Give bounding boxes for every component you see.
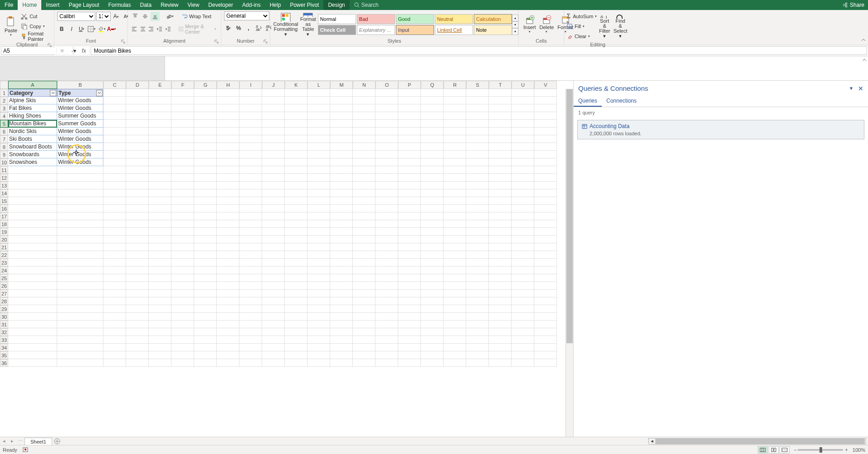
cell-D15[interactable] — [126, 197, 149, 205]
cell-I11[interactable] — [239, 166, 262, 174]
cell-T2[interactable] — [489, 97, 512, 104]
cell-F5[interactable] — [171, 120, 194, 128]
cell-K15[interactable] — [285, 197, 307, 205]
cell-N5[interactable] — [353, 120, 375, 128]
cell-Q23[interactable] — [421, 259, 444, 266]
cell-U10[interactable] — [512, 158, 534, 166]
cell-L14[interactable] — [307, 189, 330, 197]
sheet-nav-next[interactable]: ▸ — [8, 437, 16, 445]
row-header-12[interactable]: 12 — [0, 174, 8, 182]
cell-S25[interactable] — [466, 274, 489, 282]
row-header-32[interactable]: 32 — [0, 328, 8, 336]
cell-F14[interactable] — [171, 189, 194, 197]
cell-D2[interactable] — [126, 97, 149, 104]
cell-C1[interactable] — [103, 89, 126, 97]
cell-A15[interactable] — [8, 197, 57, 205]
cell-B36[interactable] — [57, 359, 103, 367]
cell-T17[interactable] — [489, 212, 512, 220]
cell-I22[interactable] — [239, 251, 262, 259]
tell-me-search[interactable]: Search — [354, 0, 379, 10]
cell-C16[interactable] — [103, 205, 126, 212]
cell-G24[interactable] — [194, 266, 217, 274]
cell-F6[interactable] — [171, 128, 194, 135]
cell-R19[interactable] — [444, 228, 466, 236]
row-header-35[interactable]: 35 — [0, 351, 8, 359]
cell-C18[interactable] — [103, 220, 126, 228]
cell-P4[interactable] — [398, 112, 421, 120]
cell-Q26[interactable] — [421, 282, 444, 290]
row-header-16[interactable]: 16 — [0, 205, 8, 212]
column-header-P[interactable]: P — [398, 81, 421, 89]
cell-B12[interactable] — [57, 174, 103, 182]
cell-G21[interactable] — [194, 243, 217, 251]
queries-tab-queries[interactable]: Queries — [574, 96, 602, 107]
zoom-slider[interactable] — [798, 449, 843, 451]
cell-R18[interactable] — [444, 220, 466, 228]
cell-A30[interactable] — [8, 313, 57, 321]
cell-O21[interactable] — [375, 243, 398, 251]
cell-J4[interactable] — [262, 112, 285, 120]
cell-C4[interactable] — [103, 112, 126, 120]
cell-B18[interactable] — [57, 220, 103, 228]
cell-G36[interactable] — [194, 359, 217, 367]
cell-J26[interactable] — [262, 282, 285, 290]
cell-J2[interactable] — [262, 97, 285, 104]
cell-P15[interactable] — [398, 197, 421, 205]
cell-O12[interactable] — [375, 174, 398, 182]
cell-N8[interactable] — [353, 143, 375, 151]
cell-K31[interactable] — [285, 321, 307, 328]
cell-T30[interactable] — [489, 313, 512, 321]
row-header-33[interactable]: 33 — [0, 336, 8, 344]
cell-C31[interactable] — [103, 321, 126, 328]
autosum-button[interactable]: ΣAutoSum▾ — [567, 11, 597, 21]
cell-O2[interactable] — [375, 97, 398, 104]
cell-V4[interactable] — [534, 112, 557, 120]
vertical-scrollbar[interactable] — [566, 89, 573, 437]
cell-T18[interactable] — [489, 220, 512, 228]
cell-T32[interactable] — [489, 328, 512, 336]
cell-I16[interactable] — [239, 205, 262, 212]
cell-D19[interactable] — [126, 228, 149, 236]
increase-font-button[interactable]: A▴ — [112, 12, 121, 21]
cell-M4[interactable] — [330, 112, 353, 120]
row-header-14[interactable]: 14 — [0, 189, 8, 197]
cell-D18[interactable] — [126, 220, 149, 228]
cell-A29[interactable] — [8, 305, 57, 313]
cell-U1[interactable] — [512, 89, 534, 97]
row-header-34[interactable]: 34 — [0, 344, 8, 351]
cell-P5[interactable] — [398, 120, 421, 128]
cell-T3[interactable] — [489, 104, 512, 112]
cell-Q10[interactable] — [421, 158, 444, 166]
cell-H3[interactable] — [217, 104, 239, 112]
cell-C17[interactable] — [103, 212, 126, 220]
cell-E4[interactable] — [149, 112, 171, 120]
row-header-28[interactable]: 28 — [0, 297, 8, 305]
cell-L19[interactable] — [307, 228, 330, 236]
cell-I3[interactable] — [239, 104, 262, 112]
tab-developer[interactable]: Developer — [204, 0, 238, 10]
cell-P7[interactable] — [398, 135, 421, 143]
style-input[interactable]: Input — [396, 25, 434, 35]
cell-G8[interactable] — [194, 143, 217, 151]
cell-E19[interactable] — [149, 228, 171, 236]
cell-L18[interactable] — [307, 220, 330, 228]
cell-Q14[interactable] — [421, 189, 444, 197]
cell-D23[interactable] — [126, 259, 149, 266]
cell-F25[interactable] — [171, 274, 194, 282]
cut-button[interactable]: Cut — [21, 11, 51, 21]
cell-M35[interactable] — [330, 351, 353, 359]
cell-K23[interactable] — [285, 259, 307, 266]
cell-Q18[interactable] — [421, 220, 444, 228]
cell-F24[interactable] — [171, 266, 194, 274]
cell-P26[interactable] — [398, 282, 421, 290]
cell-E2[interactable] — [149, 97, 171, 104]
cell-L22[interactable] — [307, 251, 330, 259]
cell-L29[interactable] — [307, 305, 330, 313]
cell-V15[interactable] — [534, 197, 557, 205]
cell-B4[interactable]: Summer Goods — [57, 112, 103, 120]
cell-N3[interactable] — [353, 104, 375, 112]
cell-K6[interactable] — [285, 128, 307, 135]
cell-G29[interactable] — [194, 305, 217, 313]
cell-H10[interactable] — [217, 158, 239, 166]
cell-F11[interactable] — [171, 166, 194, 174]
